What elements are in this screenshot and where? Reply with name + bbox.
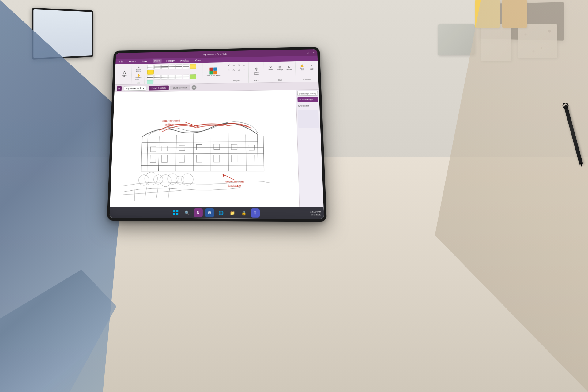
highlighter-yellow1[interactable]: [190, 64, 196, 69]
pen-r2-5[interactable]: [175, 75, 182, 79]
svg-line-10: [176, 135, 176, 171]
taskbar-search-button[interactable]: 🔍: [183, 208, 191, 217]
annotation-solar: solar-powered: [162, 119, 180, 123]
menu-review[interactable]: Review: [179, 58, 190, 63]
sketch-area[interactable]: solar-powered ceilings eco-conscious lan…: [110, 90, 299, 207]
panning-icon: ✋: [137, 74, 140, 77]
pen-r2-4[interactable]: [168, 75, 175, 79]
pen-swatches-row2: [147, 74, 201, 85]
menu-view[interactable]: View: [194, 58, 202, 62]
type-button[interactable]: A Type: [119, 65, 130, 81]
taskbar-time-display: 12:00 PM 9/1/2022: [310, 210, 321, 216]
tab-add[interactable]: +: [192, 85, 197, 90]
taskbar-windows-button[interactable]: [171, 208, 180, 217]
tablet-device: My Notes - OneNote − □ × File Home Inser…: [107, 47, 327, 222]
pen-wave2[interactable]: [175, 64, 182, 69]
content-area: solar-powered ceilings eco-conscious lan…: [110, 90, 299, 207]
taskbar-lock-button[interactable]: 🔒: [239, 208, 248, 218]
taskbar-edge-button[interactable]: 🌐: [217, 208, 225, 218]
pen-black-thin[interactable]: [147, 65, 154, 69]
shape-pentagon[interactable]: ⬠: [236, 68, 241, 72]
shape-circle[interactable]: ○: [242, 63, 247, 67]
building-outline: [141, 121, 264, 171]
highlighter-green[interactable]: [190, 74, 196, 79]
color-thickness-label: Color & Thickness: [206, 74, 221, 77]
taskbar-time: 12:00 PM: [310, 210, 321, 213]
shapes-group-label: Shapes: [233, 79, 240, 82]
convert-group-label: Convert: [303, 78, 311, 81]
onenote-taskbar-icon: N: [197, 211, 199, 215]
pen-r2-2[interactable]: [154, 75, 160, 80]
shape-line[interactable]: ╱: [226, 63, 231, 67]
arrange-icon: ⊞: [279, 65, 281, 69]
menu-home[interactable]: Home: [128, 59, 137, 63]
taskbar-word-button[interactable]: W: [205, 208, 214, 218]
maximize-button[interactable]: □: [306, 51, 309, 54]
teams-taskbar-icon: T: [254, 211, 256, 215]
lasso-select-button[interactable]: ⌖ LassoSelect: [134, 65, 143, 73]
svg-line-4: [258, 134, 258, 171]
ink-to-text-button[interactable]: ✍ Ink toText: [298, 62, 307, 73]
color-thickness-button[interactable]: Color & Thickness: [205, 64, 222, 80]
menu-history[interactable]: History: [165, 59, 176, 63]
lock-taskbar-icon: 🔒: [241, 211, 246, 215]
svg-line-13: [228, 133, 228, 171]
add-page-icon: +: [299, 98, 301, 101]
shape-triangle[interactable]: △: [231, 68, 236, 72]
tab-quick-notes[interactable]: Quick Notes: [170, 85, 190, 90]
svg-line-40: [168, 187, 170, 198]
panning-hand-button[interactable]: ✋ PanningHand: [134, 73, 143, 81]
svg-line-38: [145, 187, 147, 199]
svg-rect-26: [214, 144, 220, 149]
search-bar: 🔍: [297, 91, 318, 96]
tab-new-sketch[interactable]: New Sketch: [149, 85, 169, 90]
taskbar-teams-button[interactable]: T: [251, 208, 260, 218]
search-input[interactable]: [299, 92, 324, 95]
notebook-name: My Notebook: [126, 87, 141, 90]
highlighter-yellow2[interactable]: [147, 70, 154, 74]
taskbar-files-button[interactable]: 📁: [228, 208, 237, 218]
ribbon: A Type ⌖ LassoSelect ✋ PanningHand ⬜ Era…: [115, 61, 319, 85]
ink-math-icon: ∑: [310, 64, 312, 67]
pen-wave1[interactable]: [168, 65, 175, 69]
ink-to-math-button[interactable]: ∑ Ink toMath: [307, 62, 316, 73]
arrange-button[interactable]: ⊞ Arrange: [275, 62, 285, 73]
notes-page-item[interactable]: [298, 110, 319, 128]
pen-r2-1[interactable]: [147, 75, 153, 80]
notebook-selector[interactable]: My Notebook ▾: [124, 86, 146, 91]
shape-diamond[interactable]: ◇: [226, 68, 231, 72]
red-landscape-annotation: [223, 174, 235, 180]
delete-button[interactable]: ✕ Delete: [266, 63, 275, 73]
svg-rect-23: [162, 146, 168, 151]
rotate-button[interactable]: ↻ Rotate: [285, 62, 294, 73]
pen-wave3[interactable]: [183, 64, 189, 69]
pen-black-thick[interactable]: [161, 65, 168, 69]
page-tabs: New Sketch Quick Notes +: [149, 85, 196, 90]
shape-more[interactable]: ⋯: [242, 68, 247, 72]
search-taskbar-icon: 🔍: [184, 210, 190, 215]
pen-swatches-row1: [147, 64, 201, 75]
insert-space-button[interactable]: ⇕ InsertSpace: [251, 63, 262, 79]
add-page-button[interactable]: + Add Page: [297, 97, 318, 102]
menu-insert[interactable]: Insert: [141, 59, 149, 63]
minimize-button[interactable]: −: [300, 51, 303, 54]
ribbon-group-select: ⌖ LassoSelect ✋ PanningHand ⬜ Eraser Too…: [132, 64, 145, 84]
close-button[interactable]: ×: [312, 51, 315, 54]
lasso-label: LassoSelect: [136, 69, 141, 72]
shapes-grid: ╱ → □ ○ ◇ △ ⬠ ⋯: [226, 63, 247, 72]
taskbar-onenote-button[interactable]: N: [194, 208, 203, 217]
onenote-logo: N: [118, 87, 120, 90]
menu-file[interactable]: File: [118, 60, 125, 64]
shape-arrow[interactable]: →: [231, 63, 236, 67]
svg-line-3: [147, 135, 148, 171]
svg-rect-22: [150, 147, 156, 152]
shape-rect[interactable]: □: [236, 63, 241, 67]
type-label: Type: [122, 74, 127, 76]
pen-r2-3[interactable]: [161, 75, 168, 80]
ribbon-type-tools: A Type: [119, 65, 130, 81]
pen-black-medium[interactable]: [154, 65, 161, 69]
pen-r2-6[interactable]: [183, 75, 189, 79]
menu-draw[interactable]: Draw: [153, 59, 162, 63]
ink-text-label: Ink toText: [300, 67, 304, 71]
svg-line-6: [142, 153, 264, 154]
